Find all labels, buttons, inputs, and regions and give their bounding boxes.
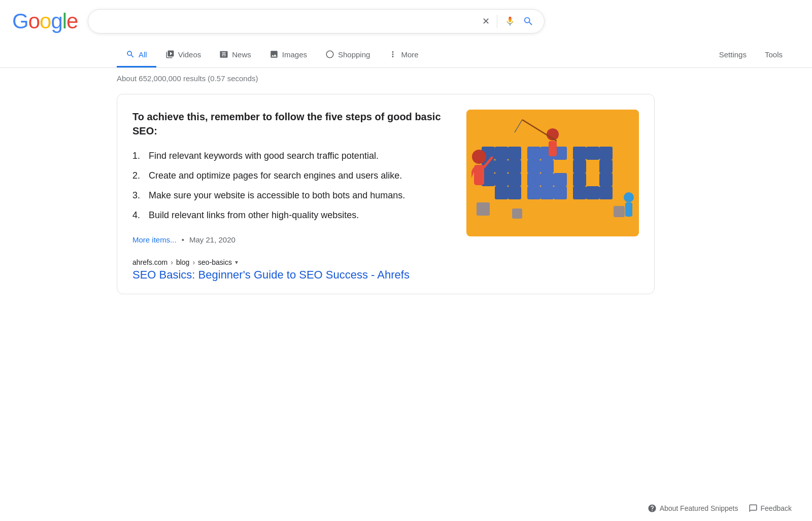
about-snippets-label: About Featured Snippets (660, 504, 738, 512)
list-item: 4. Build relevant links from other high-… (132, 205, 451, 225)
search-bar: how to do seo (88, 9, 545, 33)
svg-rect-20 (540, 186, 554, 199)
svg-rect-27 (573, 173, 586, 186)
source-path1: blog (176, 258, 189, 266)
search-icon (523, 16, 534, 27)
svg-rect-6 (508, 147, 521, 160)
search-bar-icons (482, 15, 534, 28)
snippet-footer: More items... • May 21, 2020 (132, 235, 451, 244)
tab-more[interactable]: More (379, 43, 427, 67)
source-dropdown-button[interactable]: ▾ (235, 259, 238, 266)
snippet-date: May 21, 2020 (189, 235, 235, 244)
tab-all-label: All (139, 50, 147, 59)
svg-rect-34 (614, 206, 625, 217)
logo-o1: o (28, 9, 40, 33)
more-dots-icon (388, 50, 397, 59)
snippet-title: To achieve this, remember to follow the … (132, 110, 451, 138)
tab-settings[interactable]: Settings (710, 43, 756, 67)
feedback-link[interactable]: Feedback (749, 504, 792, 513)
feedback-label: Feedback (761, 504, 792, 512)
source-path2: seo-basics (198, 258, 232, 266)
close-icon (482, 16, 490, 27)
videos-icon (165, 50, 175, 59)
page-footer: About Featured Snippets Feedback (627, 496, 812, 521)
svg-rect-7 (508, 160, 521, 173)
more-items-link[interactable]: More items... (132, 235, 177, 244)
list-num-3: 3. (132, 189, 145, 202)
svg-rect-28 (599, 173, 613, 186)
list-text-4: Build relevant links from other high-qua… (149, 209, 359, 222)
svg-rect-25 (573, 160, 586, 173)
snippet-image (466, 110, 639, 236)
tab-tools[interactable]: Tools (756, 43, 792, 67)
svg-rect-32 (477, 202, 490, 216)
svg-rect-30 (586, 186, 599, 199)
svg-point-35 (472, 150, 486, 164)
svg-rect-19 (527, 186, 540, 199)
images-icon (269, 50, 279, 59)
tab-videos[interactable]: Videos (156, 43, 211, 67)
svg-rect-44 (625, 202, 632, 217)
tab-all[interactable]: All (117, 43, 156, 67)
search-button[interactable] (523, 16, 534, 27)
logo-o2: o (40, 9, 51, 33)
svg-rect-29 (573, 186, 586, 199)
all-search-icon (126, 50, 135, 59)
list-num-2: 2. (132, 169, 145, 183)
list-item: 1. Find relevant keywords with good sear… (132, 146, 451, 166)
svg-rect-23 (586, 147, 599, 160)
svg-rect-36 (474, 165, 484, 185)
breadcrumb-separator-1: › (171, 258, 173, 266)
tab-shopping-label: Shopping (338, 50, 370, 59)
clear-button[interactable] (482, 16, 490, 27)
result-count: About 652,000,000 results (0.57 seconds) (0, 68, 812, 89)
snippet-card: To achieve this, remember to follow the … (117, 94, 655, 294)
svg-rect-16 (527, 173, 540, 186)
list-item: 3. Make sure your website is accessible … (132, 186, 451, 205)
tab-images[interactable]: Images (260, 43, 316, 67)
logo-g2: g (51, 9, 62, 33)
svg-rect-3 (495, 160, 508, 173)
snippet-inner: To achieve this, remember to follow the … (132, 110, 639, 244)
footer-dot: • (182, 235, 184, 244)
list-num-1: 1. (132, 149, 145, 163)
snippet-list: 1. Find relevant keywords with good sear… (132, 146, 451, 225)
svg-rect-33 (512, 209, 522, 219)
svg-point-43 (624, 192, 634, 202)
news-icon (219, 50, 228, 59)
list-text-2: Create and optimize pages for search eng… (149, 169, 402, 183)
search-divider (497, 15, 497, 28)
help-circle-icon (648, 504, 657, 513)
tab-images-label: Images (282, 50, 307, 59)
svg-rect-8 (508, 173, 521, 186)
tab-news-label: News (232, 50, 251, 59)
svg-rect-24 (599, 147, 613, 160)
svg-rect-9 (495, 186, 508, 199)
tab-videos-label: Videos (178, 50, 201, 59)
snippet-text: To achieve this, remember to follow the … (132, 110, 451, 244)
svg-rect-15 (540, 160, 554, 173)
search-input[interactable]: how to do seo (98, 16, 477, 27)
voice-search-button[interactable] (504, 16, 516, 27)
tab-more-label: More (401, 50, 418, 59)
result-title-link[interactable]: SEO Basics: Beginner's Guide to SEO Succ… (132, 268, 639, 282)
list-num-4: 4. (132, 209, 145, 222)
arrow-annotation (0, 287, 25, 398)
main-content: To achieve this, remember to follow the … (0, 89, 660, 299)
svg-rect-11 (527, 147, 540, 160)
logo-l: l (62, 9, 66, 33)
svg-rect-31 (599, 186, 613, 199)
tab-news[interactable]: News (210, 43, 260, 67)
logo-e: e (66, 9, 78, 33)
nav-right: Settings Tools (710, 43, 812, 67)
list-item: 2. Create and optimize pages for search … (132, 166, 451, 186)
microphone-icon (504, 16, 516, 27)
svg-rect-17 (540, 173, 554, 186)
logo-g: G (12, 9, 28, 33)
about-snippets-link[interactable]: About Featured Snippets (648, 504, 738, 513)
google-logo: Google (12, 9, 78, 33)
feedback-icon (749, 504, 758, 513)
svg-rect-1 (495, 173, 508, 186)
tab-shopping[interactable]: Shopping (316, 43, 379, 67)
source-domain: ahrefs.com (132, 258, 167, 266)
